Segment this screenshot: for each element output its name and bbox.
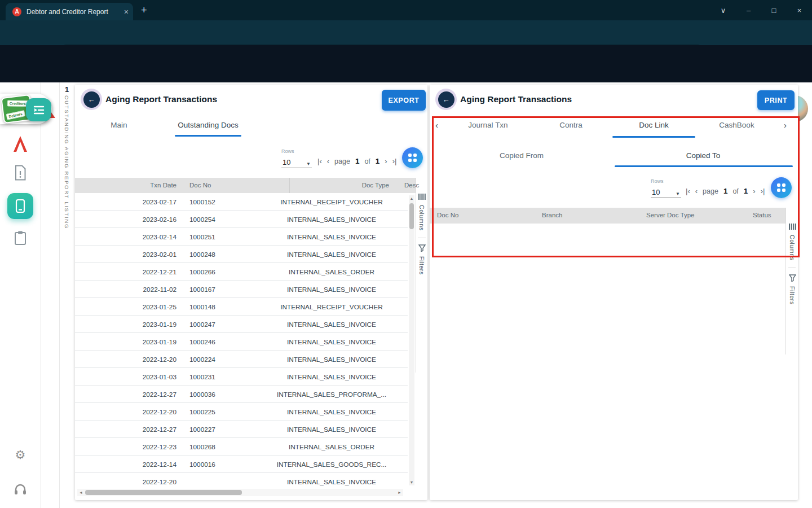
tab-close-icon[interactable]: × [124,7,129,16]
table-row[interactable]: 2022-12-201000224INTERNAL_SALES_INVOICE [75,351,408,368]
next-page-button[interactable]: › [753,187,755,195]
cell-doc-no: 1000152 [189,198,215,206]
tab-journal-txn[interactable]: Journal Txn [447,121,529,129]
cell-txn-date: 2022-12-27 [107,426,176,433]
left-grid-view-button[interactable] [402,147,423,168]
last-page-button[interactable]: ›| [392,157,397,165]
header-doc-no: Doc No [437,212,458,218]
table-row[interactable]: 2023-02-171000152INTERNAL_RECEIPT_VOUCHE… [75,193,408,211]
table-row[interactable]: 2022-11-021000167INTERNAL_SALES_INVOICE [75,281,408,298]
vertical-scrollbar-thumb[interactable] [409,203,414,229]
table-row[interactable]: 2023-01-251000148INTERNAL_RECEIPT_VOUCHE… [75,298,408,316]
horizontal-scrollbar-thumb[interactable] [85,490,242,495]
page-number: 1 [723,187,728,195]
filters-icon[interactable] [418,244,427,254]
table-row[interactable]: 2023-01-191000247INTERNAL_SALES_INVOICE [75,316,408,333]
sidebar-item-settings[interactable]: ⚙ [0,448,41,462]
columns-icon[interactable] [789,222,798,233]
filters-toggle[interactable]: Filters [789,286,796,305]
browser-menu-chevron-icon[interactable]: ∨ [710,6,736,15]
creditors-debtors-sticker[interactable]: Creditors Debtors [0,90,54,126]
right-back-button[interactable]: ← [435,89,457,110]
cell-txn-date: 2023-01-03 [107,373,176,381]
strip-divider [418,238,426,238]
tab-outstanding-docs[interactable]: Outstanding Docs [175,121,241,129]
active-tile [7,193,33,219]
tabs-scroll-left-icon[interactable]: ‹ [435,120,438,130]
sidebar-item-active-report[interactable] [0,193,41,219]
table-row[interactable]: 2023-01-031000231INTERNAL_SALES_INVOICE [75,368,408,386]
scroll-up-icon[interactable]: ▲ [409,196,414,200]
menu-open-button[interactable] [26,98,51,121]
first-page-button[interactable]: |‹ [686,187,690,195]
export-button[interactable]: EXPORT [382,90,426,111]
cell-doc-type: INTERNAL_SALES_INVOICE [255,251,408,259]
cell-doc-no: 1000254 [189,216,215,224]
cell-doc-type: INTERNAL_SALES_ORDER [255,443,408,451]
cell-doc-type: INTERNAL_SALES_INVOICE [255,216,408,224]
header-doc-no: Doc No [189,182,211,189]
left-pagination: |‹ ‹ page 1 of 1 › ›| [317,157,396,165]
subtab-copied-from[interactable]: Copied From [430,151,614,160]
scroll-left-icon[interactable]: ◄ [79,491,83,494]
window-maximize-button[interactable]: □ [761,6,787,15]
right-grid-view-button[interactable] [771,177,792,198]
left-back-button[interactable]: ← [81,89,102,110]
cell-txn-date: 2023-02-16 [107,216,176,224]
browser-toolbar: ← → ↻ akaun.cloud/#/applet/tnt/wavelet/e… [0,20,812,45]
table-row[interactable]: 2022-12-201000225INTERNAL_SALES_INVOICE [75,403,408,421]
columns-toggle[interactable]: Columns [789,235,796,261]
left-table-header: Txn Date Doc No Doc Type Desc [75,178,416,193]
filters-icon[interactable] [789,274,798,284]
creditors-tag: Creditors [7,100,28,107]
red-app-icon [13,135,28,152]
prev-page-button[interactable]: ‹ [327,157,329,165]
table-row[interactable]: 2023-02-141000251INTERNAL_SALES_INVOICE [75,228,408,246]
tab-doc-link[interactable]: Doc Link [612,121,695,129]
window-close-button[interactable]: × [787,6,812,15]
first-page-button[interactable]: |‹ [317,157,322,165]
columns-icon[interactable] [418,192,427,203]
prev-page-button[interactable]: ‹ [695,187,698,195]
rows-per-page-select[interactable]: 10 ▼ [281,156,312,168]
cell-doc-type: INTERNAL_SALES_INVOICE [255,478,408,486]
rail-index: 1 [65,85,75,94]
sidebar-item-pos[interactable] [0,135,41,152]
table-row[interactable]: 2023-01-191000246INTERNAL_SALES_INVOICE [75,333,408,351]
browser-tab[interactable]: A Debtor and Creditor Report × [6,3,133,20]
new-tab-button[interactable]: + [141,3,147,17]
grid-icon [777,183,785,192]
rows-per-page-select[interactable]: 10 ▼ [651,186,681,198]
sidebar-item-support[interactable] [0,483,41,496]
rows-label: Rows [281,148,294,154]
table-row[interactable]: 2022-12-20INTERNAL_SALES_INVOICE [75,473,408,489]
table-row[interactable]: 2022-12-231000268INTERNAL_SALES_ORDER [75,438,408,456]
last-page-button[interactable]: ›| [761,187,765,195]
of-word: of [732,187,738,195]
tab-contra[interactable]: Contra [529,121,612,129]
table-row[interactable]: 2022-12-271000227INTERNAL_SALES_INVOICE [75,421,408,438]
cell-doc-type: INTERNAL_RECEIPT_VOUCHER [255,303,408,311]
table-row[interactable]: 2022-12-141000016INTERNAL_SALES_GOODS_RE… [75,456,408,473]
tab-main[interactable]: Main [98,121,140,129]
table-row[interactable]: 2022-12-211000266INTERNAL_SALES_ORDER [75,263,408,281]
subtab-copied-to[interactable]: Copied To [614,151,793,160]
horizontal-scrollbar[interactable]: ◄ ► [77,489,403,496]
window-minimize-button[interactable]: – [736,6,761,15]
scroll-down-icon[interactable]: ▼ [409,480,414,484]
tab-cashbook[interactable]: CashBook [695,121,778,129]
caret-down-icon: ▼ [676,191,680,196]
sidebar-item-clipboard[interactable] [0,230,41,246]
table-row[interactable]: 2023-02-011000248INTERNAL_SALES_INVOICE [75,246,408,263]
right-side-tools-strip: Columns Filters [785,208,798,354]
columns-toggle[interactable]: Columns [418,205,425,231]
vertical-scrollbar[interactable]: ▲ ▼ [409,195,414,485]
scroll-right-icon[interactable]: ► [398,491,401,494]
tabs-scroll-right-icon[interactable]: › [784,120,787,130]
table-row[interactable]: 2023-02-161000254INTERNAL_SALES_INVOICE [75,211,408,228]
sidebar-item-documents[interactable] [0,165,41,181]
filters-toggle[interactable]: Filters [418,256,425,275]
print-button[interactable]: PRINT [757,90,795,110]
table-row[interactable]: 2022-12-271000036INTERNAL_SALES_PROFORMA… [75,386,408,403]
next-page-button[interactable]: › [385,157,387,165]
